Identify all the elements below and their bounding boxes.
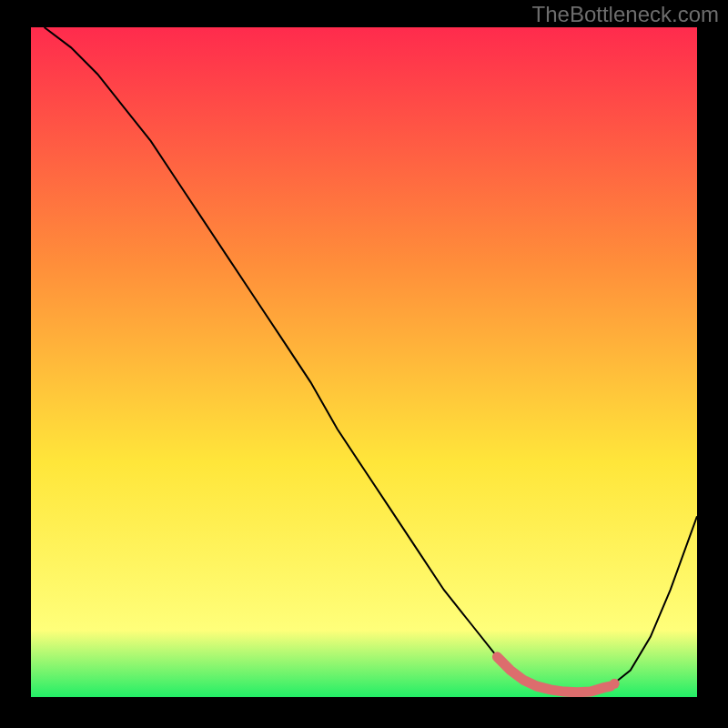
chart-frame: TheBottleneck.com (0, 0, 728, 728)
plot-area (31, 27, 697, 697)
watermark-text: TheBottleneck.com (532, 2, 719, 27)
chart-svg (31, 27, 697, 697)
chart-background-gradient (31, 27, 697, 697)
optimum-end-dot (610, 679, 620, 689)
